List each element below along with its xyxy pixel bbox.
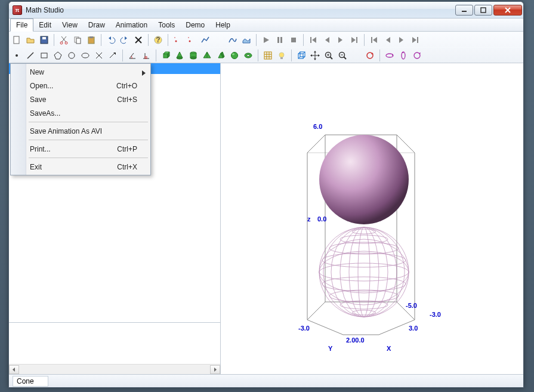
menu-item-exit[interactable]: ExitCtrl+X	[12, 160, 149, 174]
polygon-icon[interactable]	[51, 49, 64, 62]
sphere-green-icon[interactable]	[228, 49, 241, 62]
rotate-y-icon[interactable]	[397, 49, 410, 62]
menu-item-label: New	[30, 68, 44, 76]
scroll-right-button[interactable]	[210, 365, 220, 374]
lightbulb-icon[interactable]	[275, 49, 288, 62]
surface-graph-icon[interactable]	[240, 33, 253, 47]
close-button[interactable]	[493, 5, 522, 16]
menu-tools[interactable]: Tools	[153, 18, 180, 31]
step-back-icon[interactable]	[320, 33, 334, 47]
menu-file[interactable]: File	[10, 18, 33, 32]
cone-green-icon[interactable]	[173, 49, 186, 62]
3d-viewport[interactable]: 6.0 z 0.0 -5.0 -3.0 2.00.0 3.0 -3.0 X Y	[221, 63, 523, 374]
rotate-z-icon[interactable]	[410, 49, 424, 62]
angle-icon[interactable]	[126, 49, 139, 62]
wireframe-cube-icon[interactable]	[295, 49, 308, 62]
menu-draw[interactable]: Draw	[83, 18, 110, 31]
svg-marker-83	[310, 54, 312, 57]
stop-icon[interactable]	[287, 33, 300, 47]
menu-item-shortcut: Ctrl+X	[117, 163, 137, 171]
help-icon[interactable]: ?	[152, 33, 165, 47]
menu-item-saveas[interactable]: SaveAs...	[12, 106, 149, 120]
frame-back-icon[interactable]	[381, 33, 394, 47]
menu-item-save-animation-as-avi[interactable]: Save Animation As AVI	[12, 124, 149, 138]
svg-rect-33	[371, 37, 372, 43]
paste-icon[interactable]	[85, 33, 98, 47]
undo-icon[interactable]	[104, 33, 118, 47]
step-fwd-end-icon[interactable]	[348, 33, 361, 47]
cylinder-green-icon[interactable]	[187, 49, 200, 62]
scroll-left-button[interactable]	[9, 365, 19, 374]
point-icon[interactable]	[10, 49, 23, 62]
reset-view-icon[interactable]	[363, 49, 376, 62]
svg-text:?: ?	[156, 36, 160, 44]
menu-help[interactable]: Help	[210, 18, 236, 31]
save-icon[interactable]	[38, 33, 51, 47]
open-icon[interactable]	[24, 33, 37, 47]
zoom-in-icon[interactable]	[322, 49, 335, 62]
step-fwd-icon[interactable]	[334, 33, 347, 47]
frame-fwd-icon[interactable]	[395, 33, 408, 47]
titlebar[interactable]: π Math Studio	[9, 2, 523, 18]
rotate-x-icon[interactable]	[383, 49, 396, 62]
torus-green-icon[interactable]	[242, 49, 255, 62]
toolbar-separator	[54, 34, 54, 46]
svg-point-132	[340, 227, 388, 317]
menu-view[interactable]: View	[57, 18, 83, 31]
svg-rect-26	[291, 38, 296, 42]
cut-icon[interactable]	[57, 33, 70, 47]
menu-item-print[interactable]: Print...Ctrl+P	[12, 142, 149, 156]
redo-icon[interactable]	[118, 33, 131, 47]
menu-item-open[interactable]: Open...Ctrl+O	[12, 79, 149, 92]
menu-animation[interactable]: Animation	[110, 18, 153, 31]
zoom-out-icon[interactable]	[336, 49, 349, 62]
line-graph-icon[interactable]	[199, 33, 212, 47]
pause-icon[interactable]	[273, 33, 286, 47]
menu-demo[interactable]: Demo	[180, 18, 210, 31]
copy-icon[interactable]	[71, 33, 84, 47]
svg-marker-14	[125, 36, 127, 40]
rect-icon[interactable]	[38, 49, 51, 62]
svg-marker-42	[54, 52, 61, 59]
horizontal-scrollbar[interactable]	[9, 364, 220, 374]
x-mark-icon[interactable]	[92, 49, 106, 62]
circle-icon[interactable]	[65, 49, 78, 62]
scatter-dot-icon[interactable]	[171, 33, 184, 47]
svg-line-107	[307, 135, 325, 153]
curve-graph-icon[interactable]	[226, 33, 239, 47]
svg-marker-81	[314, 51, 316, 53]
svg-marker-32	[351, 37, 356, 43]
minimize-button[interactable]	[455, 5, 473, 16]
grid-icon[interactable]	[261, 49, 274, 62]
lower-panel[interactable]	[9, 322, 220, 364]
frame-back-start-icon[interactable]	[368, 33, 381, 47]
perpendicular-icon[interactable]	[140, 49, 153, 62]
app-window: π Math Studio File Edit View Draw Animat…	[8, 1, 524, 388]
pyramid-green-icon[interactable]	[200, 49, 214, 62]
axis-label-z: z	[307, 215, 311, 223]
frame-fwd-end-icon[interactable]	[409, 33, 422, 47]
svg-line-90	[344, 57, 346, 59]
menu-item-save[interactable]: SaveCtrl+S	[12, 92, 149, 106]
toolbar-separator	[148, 34, 149, 46]
svg-marker-28	[312, 37, 316, 43]
svg-marker-84	[318, 54, 320, 57]
svg-line-109	[307, 302, 325, 320]
svg-rect-10	[76, 38, 81, 44]
menu-item-new[interactable]: New	[12, 65, 149, 79]
menu-edit[interactable]: Edit	[33, 18, 57, 31]
new-icon[interactable]	[10, 33, 23, 47]
delete-icon[interactable]	[132, 33, 145, 47]
cube-green-icon[interactable]	[159, 49, 172, 62]
ellipse-icon[interactable]	[79, 49, 92, 62]
move-icon[interactable]	[308, 49, 322, 62]
svg-line-113	[307, 320, 343, 335]
line-icon[interactable]	[24, 49, 37, 62]
scatter-dots-icon[interactable]	[185, 33, 198, 47]
play-icon[interactable]	[260, 33, 273, 47]
maximize-button[interactable]	[474, 5, 492, 16]
toolbar-separator	[101, 34, 101, 46]
arrow-icon[interactable]	[106, 49, 119, 62]
prism-green-icon[interactable]	[214, 49, 227, 62]
step-back-start-icon[interactable]	[307, 33, 320, 47]
